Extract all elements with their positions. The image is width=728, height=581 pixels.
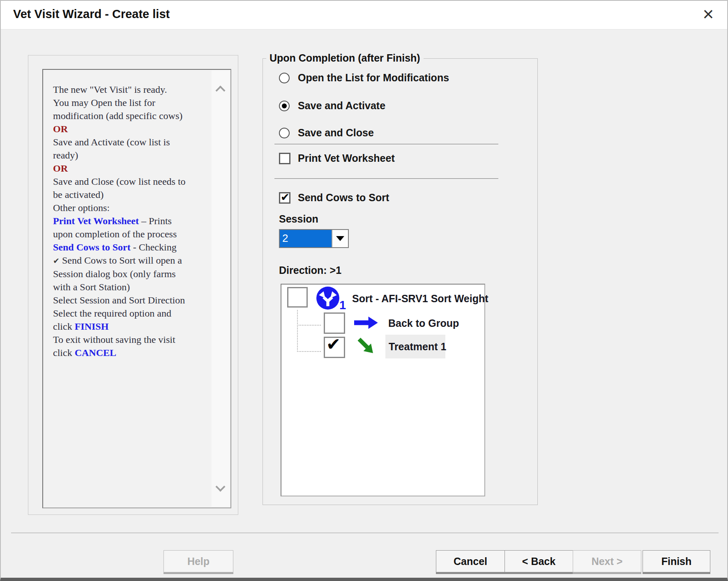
checkbox-checked: [279, 192, 290, 204]
instructions-text: The new "Vet Visit" is ready.You may Ope…: [53, 83, 199, 499]
direction-label: Direction: >1: [279, 264, 341, 276]
help-button: Help: [164, 550, 233, 572]
instructions-textbox: The new "Vet Visit" is ready.You may Ope…: [42, 69, 231, 508]
instruction-line: OR: [53, 122, 199, 135]
tree-item-treatment-1[interactable]: Treatment 1: [385, 335, 445, 358]
session-dropdown-button[interactable]: [332, 230, 348, 247]
sort-gate-icon: [316, 286, 340, 310]
instruction-line: click FINISH: [53, 320, 199, 333]
divider: [274, 178, 498, 179]
instruction-line: OR: [53, 162, 199, 175]
dropdown-arrow-icon: [336, 236, 344, 241]
instruction-line: The new "Vet Visit" is ready.: [53, 83, 199, 96]
tree-connector: [297, 325, 321, 326]
session-dropdown[interactable]: 2: [279, 229, 349, 248]
instructions-panel: The new "Vet Visit" is ready.You may Ope…: [28, 55, 238, 515]
instruction-line: Select the required option and: [53, 307, 199, 320]
instruction-line: Other options:: [53, 201, 199, 214]
footer-divider: [11, 533, 719, 534]
checkbox-unchecked: [279, 153, 290, 164]
instruction-line: be activated): [53, 188, 199, 201]
arrow-diagonal-green-icon: [355, 335, 377, 357]
title-bar: Vet Visit Wizard - Create list ×: [1, 1, 727, 30]
radio-open-list[interactable]: Open the List for Modifications: [279, 72, 449, 84]
divider: [274, 144, 498, 145]
instruction-line: Send Cows to Sort - Checking: [53, 241, 199, 254]
checkbox-label: Print Vet Worksheet: [298, 152, 395, 164]
session-label: Session: [279, 213, 318, 225]
instruction-line: Save and Close (cow list needs to: [53, 175, 199, 188]
instruction-line: Select Session and Sort Direction: [53, 294, 199, 307]
instruction-line: modification (add specific cows): [53, 109, 199, 122]
send-cows-to-sort-checkbox[interactable]: Send Cows to Sort: [279, 192, 389, 204]
radio-circle: [279, 73, 290, 83]
next-button: Next >: [573, 550, 641, 572]
instruction-line: To exit without saving the visit: [53, 333, 199, 346]
arrow-right-blue-icon: [354, 317, 379, 329]
instruction-line: Save and Activate (cow list is: [53, 135, 199, 149]
tree-item-sort-label[interactable]: Sort - AFI-SRV1 Sort Weight: [352, 293, 488, 305]
instruction-line: Session dialog box (only farms: [53, 267, 199, 280]
radio-save-close[interactable]: Save and Close: [279, 127, 374, 139]
chevron-up-icon[interactable]: [215, 85, 225, 95]
instruction-line: Print Vet Worksheet – Prints: [53, 214, 199, 227]
instruction-line: upon completion of the process: [53, 227, 199, 241]
radio-label: Open the List for Modifications: [298, 72, 449, 84]
tree-checkbox-sort[interactable]: [287, 287, 308, 308]
instruction-line: You may Open the list for: [53, 96, 199, 109]
finish-button[interactable]: Finish: [643, 550, 710, 572]
upon-completion-group: Upon Completion (after Finish) Open the …: [263, 58, 538, 505]
radio-label: Save and Close: [298, 127, 374, 139]
back-button[interactable]: < Back: [505, 550, 573, 572]
instruction-line: ✔ Send Cows to Sort will open a: [53, 254, 199, 267]
vet-visit-wizard-dialog: Vet Visit Wizard - Create list × The new…: [0, 0, 728, 581]
sort-direction-tree: 1 Sort - AFI-SRV1 Sort Weight Back to Gr…: [281, 284, 485, 496]
sort-gate-badge: 1: [339, 299, 346, 312]
tree-checkbox-back-to-group[interactable]: [324, 312, 345, 334]
instructions-scrollbar[interactable]: [212, 71, 230, 507]
instruction-line: click CANCEL: [53, 346, 199, 359]
tree-item-back-to-group-label[interactable]: Back to Group: [388, 317, 459, 329]
radio-save-activate[interactable]: Save and Activate: [279, 100, 385, 112]
group-legend: Upon Completion (after Finish): [266, 52, 424, 64]
tree-connector: [297, 310, 298, 352]
print-vet-worksheet-checkbox[interactable]: Print Vet Worksheet: [279, 152, 395, 164]
instruction-line: ready): [53, 149, 199, 162]
dialog-title: Vet Visit Wizard - Create list: [13, 7, 170, 21]
chevron-down-icon[interactable]: [215, 482, 225, 491]
session-dropdown-value[interactable]: 2: [280, 230, 332, 247]
checkbox-label: Send Cows to Sort: [298, 192, 389, 204]
cancel-button[interactable]: Cancel: [436, 550, 505, 572]
instruction-line: with a Sort Station): [53, 280, 199, 294]
close-icon[interactable]: ×: [697, 2, 720, 25]
radio-label: Save and Activate: [298, 100, 385, 112]
tree-connector: [297, 351, 321, 352]
radio-circle-selected: [279, 101, 290, 111]
tree-item-treatment-1-label: Treatment 1: [389, 341, 446, 353]
radio-circle: [279, 128, 290, 138]
tree-checkbox-treatment-1[interactable]: [324, 337, 345, 358]
